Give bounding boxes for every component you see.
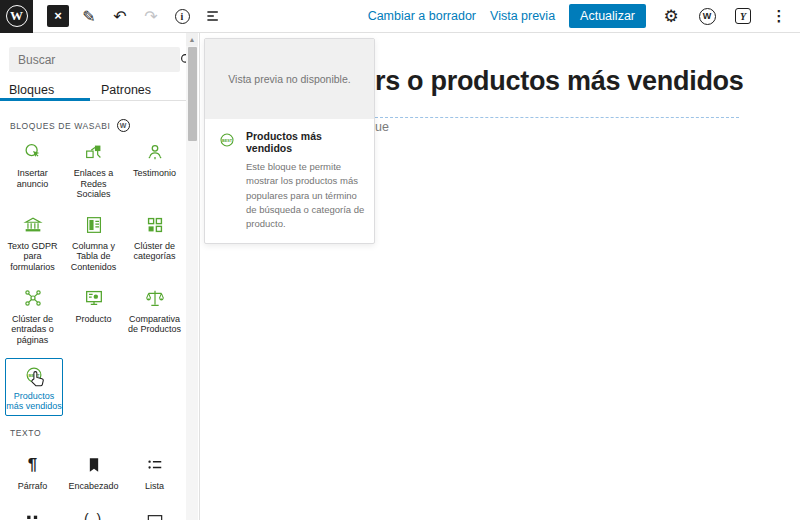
update-button[interactable]: Actualizar <box>569 4 646 28</box>
block-item-cluster-entradas[interactable]: Clúster de entradas o páginas <box>2 286 63 346</box>
block-item-texto-gdpr[interactable]: Texto GDPR para formularios <box>2 213 63 273</box>
edit-mode-button[interactable]: ✎ <box>78 5 100 27</box>
wordpress-logo-icon: W <box>6 5 28 27</box>
paragraph-icon: ¶ <box>28 453 37 477</box>
block-boundary-line <box>375 117 739 118</box>
pencil-icon: ✎ <box>82 7 95 26</box>
close-inserter-button[interactable]: × <box>47 5 69 27</box>
undo-button[interactable]: ↶ <box>109 5 131 27</box>
classic-icon <box>145 507 165 520</box>
heading-bookmark-icon <box>84 453 104 477</box>
block-preview-popover: Vista previa no disponible. BEST Product… <box>204 38 375 244</box>
block-inserter-panel: Bloques Patrones BLOQUES DE WASABI W Ins… <box>0 33 200 520</box>
post-title[interactable]: rs o productos más vendidos <box>375 66 743 97</box>
wasabi-icon: W <box>699 8 716 25</box>
paragraph-placeholder[interactable]: ue <box>375 120 389 134</box>
section-title-texto: TEXTO <box>10 428 41 438</box>
switch-to-draft-link[interactable]: Cambiar a borrador <box>368 9 476 23</box>
texto-block-grid: ¶ Párrafo Encabezado <box>2 453 185 492</box>
block-item-cita-partial[interactable] <box>2 507 63 520</box>
block-item-productos-mas-vendidos[interactable]: BEST Productos más vendidos <box>5 358 63 416</box>
preview-link[interactable]: Vista previa <box>490 9 555 23</box>
block-info: BEST Productos más vendidos Este bloque … <box>205 119 374 243</box>
block-item-clasico-partial[interactable] <box>124 507 185 520</box>
wasabi-section-icon: W <box>117 119 130 132</box>
block-item-testimonio[interactable]: Testimonio <box>124 140 185 200</box>
tab-bloques[interactable]: Bloques <box>0 79 92 100</box>
svg-text:BEST: BEST <box>28 373 40 378</box>
toc-column-icon <box>83 213 105 237</box>
block-item-cluster-categorias[interactable]: Clúster de categorías <box>124 213 185 273</box>
section-title-wasabi: BLOQUES DE WASABI W <box>10 119 130 132</box>
list-icon <box>145 453 165 477</box>
info-icon: i <box>175 9 190 24</box>
search-input[interactable] <box>9 53 179 67</box>
categories-cluster-icon <box>144 213 166 237</box>
block-item-columna-tabla-contenidos[interactable]: Columna y Tabla de Contenidos <box>63 213 124 273</box>
social-links-icon <box>83 140 105 164</box>
settings-button[interactable]: ⚙ <box>660 5 682 27</box>
block-item-producto[interactable]: Producto <box>63 286 124 346</box>
yoast-panel-button[interactable]: Y <box>732 5 754 27</box>
block-item-parrafo[interactable]: ¶ Párrafo <box>2 453 63 492</box>
block-item-insertar-anuncio[interactable]: Insertar anuncio <box>2 140 63 200</box>
best-seller-badge-icon: BEST <box>218 131 236 231</box>
wasabi-block-grid: Insertar anuncio Enlaces a Redes Sociale… <box>2 140 185 416</box>
texto-block-grid-overflow: ( ) <box>2 507 185 520</box>
yoast-icon: Y <box>735 8 751 24</box>
best-seller-badge-icon: BEST <box>23 363 45 387</box>
posts-cluster-icon <box>22 286 44 310</box>
ad-search-icon <box>22 140 44 164</box>
block-item-encabezado[interactable]: Encabezado <box>63 453 124 492</box>
block-item-codigo-partial[interactable]: ( ) <box>63 507 124 520</box>
scrollbar-thumb[interactable] <box>188 47 197 141</box>
quote-icon <box>23 507 43 520</box>
code-icon: ( ) <box>84 507 103 520</box>
svg-text:BEST: BEST <box>222 139 233 143</box>
details-button[interactable]: i <box>171 5 193 27</box>
scrollbar-up-arrow[interactable]: ▲ <box>186 33 198 46</box>
editor-topbar: W × ✎ ↶ ↷ i Cambiar a borrador Vista pre… <box>0 0 800 33</box>
list-view-button[interactable] <box>202 5 224 27</box>
popover-block-description: Este bloque te permite mostrar los produ… <box>246 160 365 231</box>
block-search[interactable] <box>9 47 180 72</box>
more-menu-icon: ⋮ <box>772 7 787 25</box>
block-item-enlaces-redes-sociales[interactable]: Enlaces a Redes Sociales <box>63 140 124 200</box>
product-monitor-icon <box>83 286 105 310</box>
preview-unavailable-area: Vista previa no disponible. <box>205 39 374 119</box>
testimonial-icon <box>144 140 166 164</box>
wasabi-panel-button[interactable]: W <box>696 5 718 27</box>
redo-button[interactable]: ↷ <box>140 5 162 27</box>
redo-icon: ↷ <box>144 7 157 26</box>
list-view-icon <box>205 8 221 24</box>
wordpress-block-editor: W × ✎ ↶ ↷ i Cambiar a borrador Vista pre… <box>0 0 800 520</box>
undo-icon: ↶ <box>113 7 126 26</box>
block-info-text: Productos más vendidos Este bloque te pe… <box>246 130 365 231</box>
options-menu-button[interactable]: ⋮ <box>768 5 790 27</box>
gear-icon: ⚙ <box>663 6 678 27</box>
tab-patrones[interactable]: Patrones <box>92 79 184 100</box>
block-item-lista[interactable]: Lista <box>124 453 185 492</box>
comparison-scale-icon <box>144 286 166 310</box>
gdpr-bank-icon <box>22 213 44 237</box>
popover-block-title: Productos más vendidos <box>246 130 365 154</box>
block-item-comparativa-productos[interactable]: Comparativa de Productos <box>124 286 185 346</box>
sidebar-scrollbar[interactable]: ▲ <box>186 33 198 520</box>
wordpress-logo[interactable]: W <box>0 0 33 33</box>
topbar-right-actions: Cambiar a borrador Vista previa Actualiz… <box>368 4 800 28</box>
inserter-tabs: Bloques Patrones <box>0 79 186 101</box>
